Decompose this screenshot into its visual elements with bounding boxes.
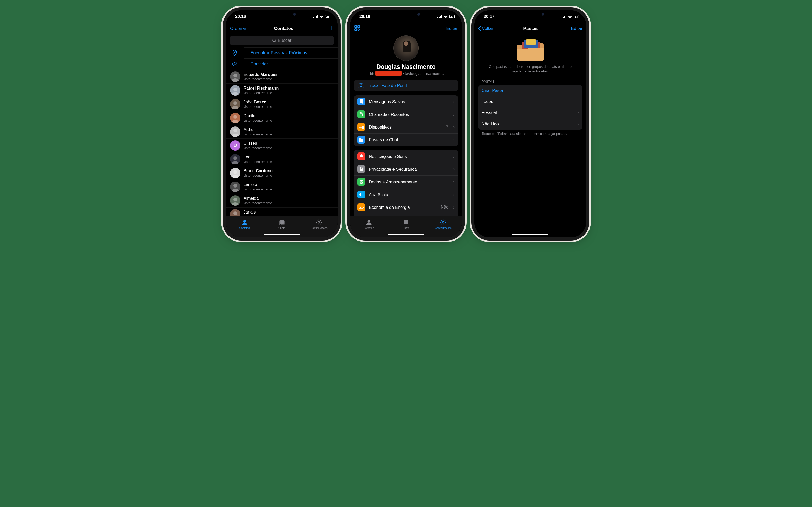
contact-row[interactable]: Larisse visto recentemente: [226, 180, 338, 194]
chevron-right-icon: ›: [453, 112, 455, 117]
back-button[interactable]: Voltar: [478, 26, 493, 31]
chevron-right-icon: ›: [577, 121, 579, 127]
profile-sub: +55 00 00000 0000 • @douglasnasciment…: [350, 71, 462, 75]
chevron-right-icon: ›: [453, 154, 455, 159]
tab-chats[interactable]: Chats: [387, 216, 424, 232]
contact-name: Almeida: [244, 196, 272, 201]
avatar: [230, 99, 241, 109]
edit-button[interactable]: Editar: [446, 26, 458, 31]
back-label: Voltar: [482, 26, 493, 31]
svg-rect-18: [358, 25, 360, 27]
settings-row-phone[interactable]: Chamadas Recentes ›: [354, 108, 458, 121]
home-indicator[interactable]: [388, 234, 424, 235]
settings-row-lock[interactable]: Privacidade e Segurança ›: [354, 163, 458, 176]
page-title: Contatos: [246, 26, 329, 31]
bookmark-icon: [357, 98, 365, 105]
status-time: 20:17: [484, 14, 494, 19]
camera-icon: [358, 83, 364, 88]
avatar: [230, 71, 241, 82]
phone-prefix: +55: [368, 71, 374, 75]
folder-row[interactable]: Todos: [478, 96, 582, 107]
folder-row[interactable]: Pessoal›: [478, 107, 582, 118]
contact-row[interactable]: Arthur visto recentemente: [226, 125, 338, 139]
contact-row[interactable]: Leo visto recentemente: [226, 153, 338, 166]
wifi-icon: [568, 15, 572, 18]
svg-rect-37: [526, 39, 536, 45]
contact-row[interactable]: Rafael Fischmann visto recentemente: [226, 83, 338, 97]
contact-row[interactable]: João Bosco visto recentemente: [226, 97, 338, 111]
data-icon: [357, 178, 365, 186]
tab-contacts[interactable]: Contatos: [226, 216, 263, 232]
tab-chats-label: Chats: [278, 226, 285, 229]
status-time: 20:16: [359, 14, 370, 19]
add-contact-button[interactable]: +: [329, 25, 334, 32]
add-person-icon: [231, 61, 238, 67]
contact-row[interactable]: U Ulisses visto recentemente: [226, 139, 338, 153]
tab-contacts[interactable]: Contatos: [350, 216, 387, 232]
settings-label: Privacidade e Segurança: [369, 167, 449, 172]
svg-point-7: [234, 115, 237, 119]
settings-label: Aparência: [369, 192, 449, 197]
svg-point-12: [234, 198, 237, 201]
change-photo-label: Trocar Foto de Perfil: [368, 83, 407, 88]
profile-photo[interactable]: [393, 35, 419, 61]
contact-row[interactable]: Eduardo Marques visto recentemente: [226, 70, 338, 83]
settings-row-data[interactable]: Dados e Armazenamento ›: [354, 176, 458, 188]
edit-button[interactable]: Editar: [571, 26, 582, 31]
svg-point-8: [234, 129, 237, 132]
chevron-right-icon: ›: [453, 167, 455, 172]
create-folder-button[interactable]: Criar Pasta: [478, 85, 582, 96]
settings-row-bookmark[interactable]: Mensagens Salvas ›: [354, 95, 458, 108]
section-header: PASTAS: [474, 74, 586, 85]
change-photo-button[interactable]: Trocar Foto de Perfil: [354, 80, 458, 91]
username: @douglasnasciment…: [405, 71, 444, 75]
tab-settings[interactable]: Configurações: [425, 216, 462, 232]
avatar: U: [230, 140, 241, 151]
invite-button[interactable]: Convidar: [244, 59, 338, 70]
contact-name: Bruno Cardoso: [244, 169, 273, 173]
status-time: 20:16: [235, 14, 246, 19]
avatar: [230, 85, 241, 96]
avatar: [230, 181, 241, 192]
contact-status: visto recentemente: [244, 118, 272, 122]
home-indicator[interactable]: [512, 234, 549, 235]
tab-settings[interactable]: Configurações: [300, 216, 338, 232]
contact-row[interactable]: Danilo visto recentemente: [226, 111, 338, 125]
sort-button[interactable]: Ordenar: [230, 26, 246, 31]
find-nearby-button[interactable]: Encontrar Pessoas Próximas: [244, 47, 338, 59]
settings-label: Economia de Energia: [369, 205, 437, 210]
contact-row[interactable]: Almeida visto recentemente: [226, 194, 338, 208]
search-input[interactable]: Buscar: [230, 36, 334, 45]
contact-row[interactable]: Janais visto recentemente: [226, 208, 338, 216]
battery-icon: [357, 204, 365, 211]
settings-row-circle[interactable]: Aparência ›: [354, 188, 458, 201]
profile-name: Douglas Nascimento: [350, 63, 462, 70]
folder-icon: [357, 136, 365, 144]
settings-row-folder[interactable]: Pastas de Chat ›: [354, 133, 458, 146]
tab-settings-label: Configurações: [311, 226, 327, 229]
settings-row-devices[interactable]: Dispositivos 2 ›: [354, 121, 458, 133]
qr-button[interactable]: [354, 25, 360, 32]
contact-status: visto recentemente: [244, 77, 277, 81]
svg-point-2: [234, 51, 236, 53]
folder-label: Pessoal: [481, 110, 577, 115]
settings-row-globe[interactable]: Idioma Português (Brasil) ›: [354, 214, 458, 216]
settings-value: 2: [446, 125, 448, 129]
find-nearby-label: Encontrar Pessoas Próximas: [250, 50, 307, 56]
contact-name: Rafael Fischmann: [244, 86, 278, 91]
settings-row-bell[interactable]: Notificações e Sons ›: [354, 150, 458, 163]
battery-level: 23: [449, 15, 455, 18]
settings-row-battery[interactable]: Economia de Energia Não ›: [354, 201, 458, 214]
svg-rect-24: [360, 169, 363, 171]
tab-chats[interactable]: Chats: [263, 216, 300, 232]
svg-point-21: [360, 85, 362, 87]
page-title: Pastas: [493, 26, 571, 31]
battery-level: 23: [325, 15, 331, 18]
svg-line-1: [275, 41, 276, 42]
contact-row[interactable]: Bruno Cardoso visto recentemente: [226, 166, 338, 180]
contact-name: Larisse: [244, 182, 272, 187]
svg-rect-22: [359, 125, 362, 127]
folder-row[interactable]: Não Lido›: [478, 118, 582, 130]
home-indicator[interactable]: [263, 234, 300, 235]
avatar: [230, 113, 241, 123]
